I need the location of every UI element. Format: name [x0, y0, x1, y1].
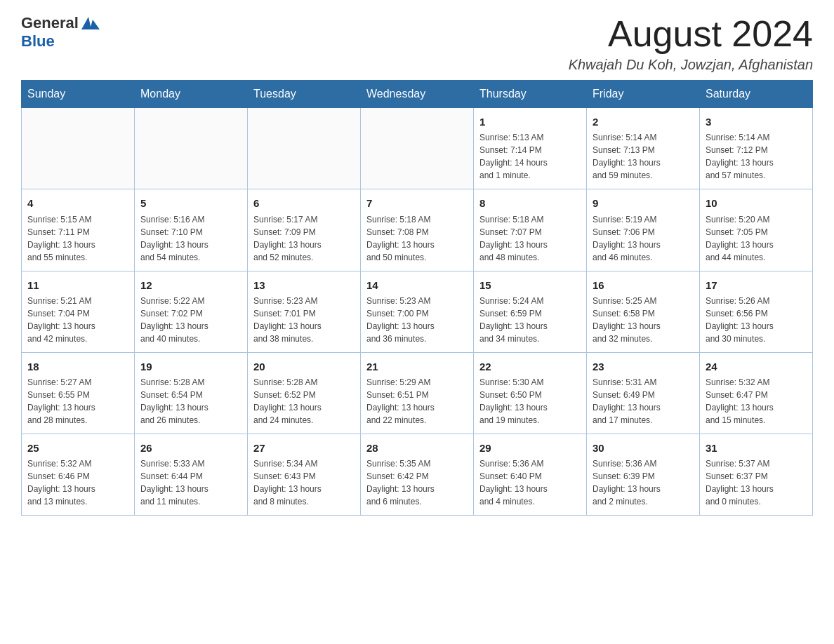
day-number: 28 [366, 440, 468, 456]
day-info: Sunrise: 5:32 AM Sunset: 6:47 PM Dayligh… [706, 376, 807, 427]
day-number: 23 [593, 358, 694, 375]
logo-general-text: General [21, 14, 79, 32]
day-info: Sunrise: 5:28 AM Sunset: 6:52 PM Dayligh… [253, 376, 355, 427]
calendar-day-header: Monday [135, 81, 248, 108]
calendar-week-row: 1Sunrise: 5:13 AM Sunset: 7:14 PM Daylig… [22, 108, 813, 189]
day-number: 5 [140, 195, 241, 211]
location-title: Khwajah Du Koh, Jowzjan, Afghanistan [569, 57, 813, 73]
calendar-day-cell: 26Sunrise: 5:33 AM Sunset: 6:44 PM Dayli… [135, 434, 248, 516]
day-info: Sunrise: 5:34 AM Sunset: 6:43 PM Dayligh… [253, 457, 355, 508]
month-title: August 2024 [569, 14, 813, 54]
calendar-day-cell: 19Sunrise: 5:28 AM Sunset: 6:54 PM Dayli… [135, 352, 248, 434]
day-info: Sunrise: 5:17 AM Sunset: 7:09 PM Dayligh… [253, 213, 355, 264]
day-info: Sunrise: 5:15 AM Sunset: 7:11 PM Dayligh… [27, 213, 128, 264]
day-info: Sunrise: 5:13 AM Sunset: 7:14 PM Dayligh… [479, 131, 581, 182]
calendar-day-cell [248, 108, 361, 189]
day-info: Sunrise: 5:29 AM Sunset: 6:51 PM Dayligh… [366, 376, 468, 427]
calendar-day-cell: 18Sunrise: 5:27 AM Sunset: 6:55 PM Dayli… [22, 352, 135, 434]
day-number: 4 [27, 195, 128, 211]
calendar-day-header: Tuesday [248, 81, 361, 108]
calendar-day-cell: 25Sunrise: 5:32 AM Sunset: 6:46 PM Dayli… [22, 434, 135, 516]
calendar-day-cell: 7Sunrise: 5:18 AM Sunset: 7:08 PM Daylig… [361, 189, 474, 271]
day-info: Sunrise: 5:35 AM Sunset: 6:42 PM Dayligh… [366, 457, 468, 508]
day-number: 19 [140, 358, 241, 375]
day-info: Sunrise: 5:16 AM Sunset: 7:10 PM Dayligh… [140, 213, 241, 264]
day-info: Sunrise: 5:14 AM Sunset: 7:13 PM Dayligh… [593, 131, 694, 182]
day-info: Sunrise: 5:18 AM Sunset: 7:07 PM Dayligh… [479, 213, 581, 264]
day-number: 2 [593, 114, 694, 130]
calendar-day-cell: 22Sunrise: 5:30 AM Sunset: 6:50 PM Dayli… [474, 352, 587, 434]
calendar-day-cell: 20Sunrise: 5:28 AM Sunset: 6:52 PM Dayli… [248, 352, 361, 434]
day-info: Sunrise: 5:23 AM Sunset: 7:01 PM Dayligh… [253, 295, 355, 345]
calendar-day-cell: 10Sunrise: 5:20 AM Sunset: 7:05 PM Dayli… [700, 189, 813, 271]
calendar-day-header: Sunday [22, 81, 135, 108]
calendar-day-cell: 2Sunrise: 5:14 AM Sunset: 7:13 PM Daylig… [587, 108, 700, 189]
calendar-day-header: Thursday [474, 81, 587, 108]
day-number: 16 [593, 277, 694, 293]
day-number: 10 [706, 195, 807, 211]
calendar-day-cell: 12Sunrise: 5:22 AM Sunset: 7:02 PM Dayli… [135, 271, 248, 352]
day-info: Sunrise: 5:31 AM Sunset: 6:49 PM Dayligh… [593, 376, 694, 427]
day-info: Sunrise: 5:33 AM Sunset: 6:44 PM Dayligh… [140, 457, 241, 508]
day-number: 9 [593, 195, 694, 211]
day-number: 12 [140, 277, 241, 293]
day-number: 11 [27, 277, 128, 293]
day-number: 26 [140, 440, 241, 456]
day-number: 24 [706, 358, 807, 375]
day-number: 1 [479, 114, 581, 130]
day-number: 22 [479, 358, 581, 375]
calendar-day-cell: 30Sunrise: 5:36 AM Sunset: 6:39 PM Dayli… [587, 434, 700, 516]
day-number: 29 [479, 440, 581, 456]
calendar-week-row: 4Sunrise: 5:15 AM Sunset: 7:11 PM Daylig… [22, 189, 813, 271]
calendar-day-cell: 9Sunrise: 5:19 AM Sunset: 7:06 PM Daylig… [587, 189, 700, 271]
day-number: 30 [593, 440, 694, 456]
calendar-day-cell: 24Sunrise: 5:32 AM Sunset: 6:47 PM Dayli… [700, 352, 813, 434]
day-info: Sunrise: 5:14 AM Sunset: 7:12 PM Dayligh… [706, 131, 807, 182]
day-info: Sunrise: 5:24 AM Sunset: 6:59 PM Dayligh… [479, 295, 581, 345]
calendar-day-cell: 1Sunrise: 5:13 AM Sunset: 7:14 PM Daylig… [474, 108, 587, 189]
day-info: Sunrise: 5:27 AM Sunset: 6:55 PM Dayligh… [27, 376, 128, 427]
day-info: Sunrise: 5:28 AM Sunset: 6:54 PM Dayligh… [140, 376, 241, 427]
day-number: 31 [706, 440, 807, 456]
day-info: Sunrise: 5:36 AM Sunset: 6:40 PM Dayligh… [479, 457, 581, 508]
calendar-day-cell: 13Sunrise: 5:23 AM Sunset: 7:01 PM Dayli… [248, 271, 361, 352]
title-block: August 2024 Khwajah Du Koh, Jowzjan, Afg… [569, 14, 813, 73]
day-info: Sunrise: 5:25 AM Sunset: 6:58 PM Dayligh… [593, 295, 694, 345]
day-info: Sunrise: 5:23 AM Sunset: 7:00 PM Dayligh… [366, 295, 468, 345]
day-info: Sunrise: 5:26 AM Sunset: 6:56 PM Dayligh… [706, 295, 807, 345]
calendar-week-row: 11Sunrise: 5:21 AM Sunset: 7:04 PM Dayli… [22, 271, 813, 352]
day-info: Sunrise: 5:30 AM Sunset: 6:50 PM Dayligh… [479, 376, 581, 427]
calendar-week-row: 18Sunrise: 5:27 AM Sunset: 6:55 PM Dayli… [22, 352, 813, 434]
day-number: 6 [253, 195, 355, 211]
calendar-day-cell: 5Sunrise: 5:16 AM Sunset: 7:10 PM Daylig… [135, 189, 248, 271]
day-number: 25 [27, 440, 128, 456]
calendar-day-cell: 3Sunrise: 5:14 AM Sunset: 7:12 PM Daylig… [700, 108, 813, 189]
calendar-day-header: Wednesday [361, 81, 474, 108]
calendar-day-cell [135, 108, 248, 189]
calendar-day-cell: 29Sunrise: 5:36 AM Sunset: 6:40 PM Dayli… [474, 434, 587, 516]
day-number: 21 [366, 358, 468, 375]
calendar-day-cell: 16Sunrise: 5:25 AM Sunset: 6:58 PM Dayli… [587, 271, 700, 352]
day-info: Sunrise: 5:18 AM Sunset: 7:08 PM Dayligh… [366, 213, 468, 264]
calendar-day-cell: 21Sunrise: 5:29 AM Sunset: 6:51 PM Dayli… [361, 352, 474, 434]
day-number: 14 [366, 277, 468, 293]
calendar-day-cell: 23Sunrise: 5:31 AM Sunset: 6:49 PM Dayli… [587, 352, 700, 434]
calendar-day-cell: 14Sunrise: 5:23 AM Sunset: 7:00 PM Dayli… [361, 271, 474, 352]
day-number: 15 [479, 277, 581, 293]
calendar-table: SundayMondayTuesdayWednesdayThursdayFrid… [21, 80, 813, 516]
calendar-day-header: Friday [587, 81, 700, 108]
day-number: 3 [706, 114, 807, 130]
calendar-day-cell: 6Sunrise: 5:17 AM Sunset: 7:09 PM Daylig… [248, 189, 361, 271]
calendar-day-cell [22, 108, 135, 189]
day-info: Sunrise: 5:36 AM Sunset: 6:39 PM Dayligh… [593, 457, 694, 508]
day-number: 27 [253, 440, 355, 456]
day-info: Sunrise: 5:20 AM Sunset: 7:05 PM Dayligh… [706, 213, 807, 264]
day-info: Sunrise: 5:21 AM Sunset: 7:04 PM Dayligh… [27, 295, 128, 345]
calendar-day-cell: 15Sunrise: 5:24 AM Sunset: 6:59 PM Dayli… [474, 271, 587, 352]
calendar-day-header: Saturday [700, 81, 813, 108]
day-number: 20 [253, 358, 355, 375]
calendar-day-cell: 11Sunrise: 5:21 AM Sunset: 7:04 PM Dayli… [22, 271, 135, 352]
calendar-day-cell [361, 108, 474, 189]
day-info: Sunrise: 5:37 AM Sunset: 6:37 PM Dayligh… [706, 457, 807, 508]
day-info: Sunrise: 5:19 AM Sunset: 7:06 PM Dayligh… [593, 213, 694, 264]
